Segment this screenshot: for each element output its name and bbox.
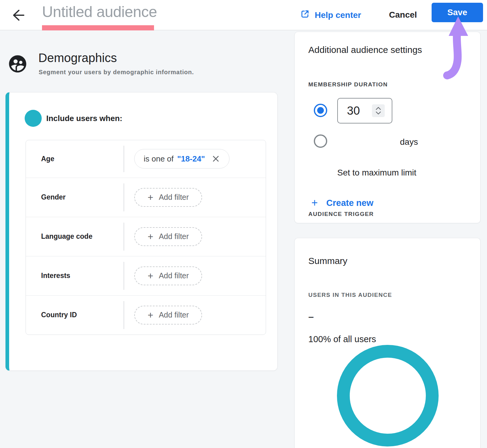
duration-value-input[interactable] bbox=[347, 104, 371, 117]
number-stepper[interactable] bbox=[372, 104, 385, 117]
chevron-up-icon bbox=[375, 106, 381, 110]
save-button[interactable]: Save bbox=[432, 3, 483, 22]
row-divider bbox=[124, 183, 124, 211]
max-limit-radio[interactable] bbox=[314, 134, 327, 148]
summary-title: Summary bbox=[308, 256, 347, 266]
age-filter-chip[interactable]: is one of "18-24" bbox=[134, 149, 229, 168]
donut-ring bbox=[343, 351, 432, 440]
back-arrow-icon[interactable] bbox=[12, 9, 25, 22]
title-underline bbox=[42, 25, 154, 30]
add-filter-button-country[interactable]: + Add filter bbox=[134, 306, 202, 325]
table-row-age: Age is one of "18-24" bbox=[26, 140, 266, 178]
membership-duration-label: MEMBERSHIP DURATION bbox=[308, 81, 388, 88]
cancel-button[interactable]: Cancel bbox=[389, 10, 417, 20]
table-row-language-code: Language code + Add filter bbox=[26, 217, 266, 256]
users-count-value: – bbox=[308, 311, 314, 322]
help-center-link[interactable]: Help center bbox=[300, 9, 361, 21]
chip-condition: is one of bbox=[144, 154, 173, 164]
plus-icon: + bbox=[148, 232, 153, 241]
add-filter-button-language[interactable]: + Add filter bbox=[134, 227, 202, 246]
include-users-card: Include users when: Age is one of "18-24… bbox=[5, 92, 278, 371]
add-filter-button-interests[interactable]: + Add filter bbox=[134, 266, 202, 285]
row-label-language-code: Language code bbox=[26, 232, 124, 241]
row-divider bbox=[124, 146, 124, 172]
table-row-country-id: Country ID + Add filter bbox=[26, 295, 266, 335]
summary-card: Summary USERS IN THIS AUDIENCE – 100% of… bbox=[294, 238, 481, 448]
top-bar: Untitled audience Help center Cancel Sav… bbox=[0, 0, 487, 30]
audience-donut-chart bbox=[335, 343, 440, 448]
table-row-gender: Gender + Add filter bbox=[26, 178, 266, 217]
help-center-label: Help center bbox=[315, 10, 361, 20]
duration-days-radio[interactable] bbox=[314, 104, 327, 117]
external-link-icon bbox=[300, 9, 310, 21]
section-title: Demographics bbox=[38, 51, 117, 65]
users-in-audience-label: USERS IN THIS AUDIENCE bbox=[308, 292, 392, 298]
settings-title: Additional audience settings bbox=[308, 45, 422, 55]
create-new-trigger-link[interactable]: + Create new bbox=[311, 197, 373, 208]
plus-icon: + bbox=[148, 193, 153, 202]
duration-unit-label: days bbox=[400, 137, 418, 147]
table-row-interests: Interests + Add filter bbox=[26, 256, 266, 295]
row-label-age: Age bbox=[26, 155, 124, 163]
row-divider bbox=[124, 301, 124, 329]
plus-icon: + bbox=[148, 271, 153, 281]
add-filter-button-gender[interactable]: + Add filter bbox=[134, 188, 202, 207]
include-heading: Include users when: bbox=[46, 114, 122, 123]
row-label-interests: Interests bbox=[26, 272, 124, 280]
close-icon[interactable] bbox=[212, 155, 220, 163]
audience-title-field[interactable]: Untitled audience bbox=[42, 3, 157, 21]
plus-icon: + bbox=[148, 310, 153, 320]
row-divider bbox=[124, 223, 124, 251]
row-label-gender: Gender bbox=[26, 193, 124, 201]
row-divider bbox=[124, 262, 124, 290]
section-subtitle: Segment your users by demographic inform… bbox=[39, 69, 194, 76]
demographics-people-icon bbox=[7, 54, 28, 74]
chip-value: "18-24" bbox=[177, 154, 205, 164]
include-scope-bullet[interactable] bbox=[25, 110, 42, 127]
filters-table: Age is one of "18-24" Gender + Add filte… bbox=[26, 140, 266, 335]
chevron-down-icon bbox=[375, 111, 381, 115]
plus-icon: + bbox=[311, 197, 318, 208]
additional-settings-card: Additional audience settings MEMBERSHIP … bbox=[294, 32, 481, 223]
audience-trigger-label: AUDIENCE TRIGGER bbox=[308, 211, 374, 217]
row-label-country-id: Country ID bbox=[26, 311, 124, 319]
duration-input-box bbox=[337, 98, 392, 123]
max-limit-label: Set to maximum limit bbox=[337, 168, 416, 178]
